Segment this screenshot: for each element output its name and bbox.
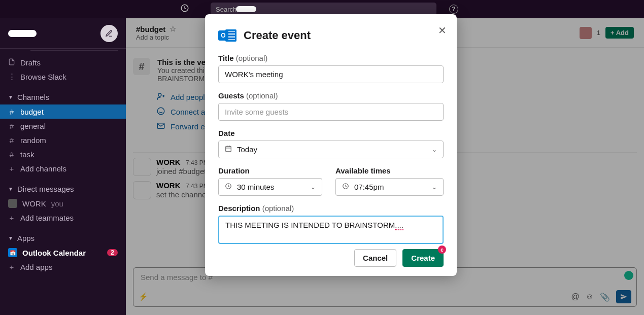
hash-icon: # — [8, 108, 15, 116]
clock-icon — [342, 183, 349, 191]
guests-label-text: Guests — [218, 91, 244, 100]
date-select[interactable]: Today ⌄ — [218, 141, 444, 158]
guests-field-label: Guests (optional) — [218, 91, 444, 100]
dm-user-label: WORK — [22, 199, 46, 208]
outlook-icon: O — [218, 26, 236, 45]
channel-label: random — [20, 136, 46, 145]
description-spellcheck: .... — [395, 221, 403, 230]
date-field-label: Date — [218, 129, 444, 137]
sidebar-drafts-label: Drafts — [20, 58, 41, 67]
title-field-label: Title (optional) — [218, 54, 444, 62]
history-icon[interactable] — [180, 4, 189, 15]
help-icon[interactable]: ? — [449, 5, 458, 14]
channel-label: general — [20, 122, 46, 130]
chevron-down-icon: ⌄ — [311, 184, 316, 191]
duration-value: 30 minutes — [237, 183, 274, 191]
dm-you-label: you — [51, 199, 63, 208]
notification-dot-icon: c — [438, 246, 446, 254]
date-value: Today — [237, 145, 257, 154]
channels-section-header[interactable]: ▼ Channels — [0, 90, 126, 104]
sidebar-channel-random[interactable]: # random — [0, 133, 126, 147]
sidebar-dm-work[interactable]: WORK you — [0, 196, 126, 211]
description-text: THIS MEETING IS INTENDED TO BRAINSTORM — [225, 221, 395, 229]
compose-button[interactable] — [100, 25, 118, 42]
outlook-app-label: Outlook Calendar — [22, 249, 86, 257]
sidebar-drafts[interactable]: Drafts — [0, 55, 126, 69]
duration-select[interactable]: 30 minutes ⌄ — [218, 178, 322, 196]
drafts-icon — [8, 58, 15, 67]
hash-icon: # — [8, 122, 15, 130]
search-redaction — [236, 6, 256, 12]
sidebar-browse[interactable]: ⋮ Browse Slack — [0, 69, 126, 84]
add-teammates-label: Add teammates — [20, 214, 74, 222]
times-field-label: Available times — [335, 166, 444, 175]
guests-input[interactable] — [218, 103, 444, 121]
sidebar-channel-budget[interactable]: # budget — [0, 104, 126, 119]
add-apps-label: Add apps — [20, 263, 52, 271]
svg-rect-6 — [226, 146, 231, 152]
sidebar: Drafts ⋮ Browse Slack ▼ Channels # budge… — [0, 18, 126, 315]
duration-field-label: Duration — [218, 166, 322, 175]
sidebar-add-channels[interactable]: + Add channels — [0, 161, 126, 176]
sidebar-channel-general[interactable]: # general — [0, 119, 126, 133]
chevron-down-icon: ⌄ — [432, 146, 437, 153]
channel-label: budget — [20, 108, 44, 116]
workspace-name-redacted — [8, 30, 37, 37]
title-optional-text: (optional) — [236, 54, 268, 62]
times-select[interactable]: 07:45pm ⌄ — [335, 178, 444, 196]
description-label-text: Description — [218, 204, 260, 213]
sidebar-app-outlook[interactable]: 📅 Outlook Calendar 2 — [0, 246, 126, 260]
channel-label: task — [20, 150, 35, 159]
sidebar-channel-task[interactable]: # task — [0, 147, 126, 161]
hash-icon: # — [8, 136, 15, 145]
add-channels-label: Add channels — [20, 164, 66, 173]
dm-header-label: Direct messages — [17, 185, 74, 193]
sidebar-browse-label: Browse Slack — [20, 73, 66, 81]
plus-icon: + — [8, 263, 15, 271]
title-input[interactable] — [218, 65, 444, 83]
description-field-label: Description (optional) — [218, 204, 444, 213]
times-value: 07:45pm — [354, 183, 384, 191]
calendar-icon — [225, 145, 232, 154]
chevron-down-icon: ⌄ — [432, 184, 437, 191]
sidebar-add-apps[interactable]: + Add apps — [0, 260, 126, 274]
workspace-header[interactable] — [0, 18, 126, 49]
caret-down-icon: ▼ — [8, 186, 13, 192]
plus-icon: + — [8, 164, 15, 173]
apps-header-label: Apps — [17, 234, 35, 242]
guests-optional-text: (optional) — [246, 91, 278, 100]
plus-icon: + — [8, 214, 15, 222]
modal-title: Create event — [244, 29, 311, 42]
create-event-modal: ✕ O Create event Title (optional) Guests… — [205, 14, 457, 276]
description-input[interactable]: THIS MEETING IS INTENDED TO BRAINSTORM..… — [219, 217, 443, 243]
clock-icon — [225, 183, 232, 191]
description-optional-text: (optional) — [262, 204, 294, 213]
dm-section-header[interactable]: ▼ Direct messages — [0, 182, 126, 196]
more-icon: ⋮ — [8, 72, 15, 81]
hash-icon: # — [8, 150, 15, 159]
cancel-button[interactable]: Cancel — [354, 249, 396, 267]
close-button[interactable]: ✕ — [438, 24, 447, 37]
create-button-label: Create — [411, 254, 435, 262]
title-label-text: Title — [218, 54, 234, 62]
caret-down-icon: ▼ — [8, 94, 13, 100]
search-label: Search — [216, 6, 236, 13]
user-avatar — [8, 199, 17, 208]
caret-down-icon: ▼ — [8, 235, 13, 241]
notification-badge: 2 — [107, 249, 118, 256]
sidebar-add-teammates[interactable]: + Add teammates — [0, 211, 126, 225]
create-button[interactable]: Create c — [402, 249, 444, 267]
channels-header-label: Channels — [17, 93, 49, 101]
outlook-app-icon: 📅 — [8, 248, 17, 257]
apps-section-header[interactable]: ▼ Apps — [0, 231, 126, 246]
